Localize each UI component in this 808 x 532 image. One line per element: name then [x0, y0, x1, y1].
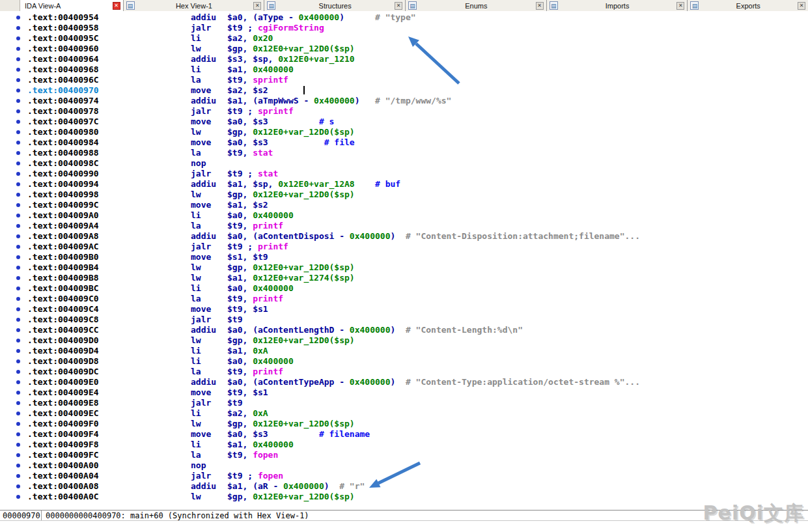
address[interactable]: .text:004009D4: [27, 346, 191, 356]
address[interactable]: .text:00400968: [27, 64, 191, 75]
disasm-line[interactable]: .text:004009B0move$s1, $t9: [0, 252, 808, 262]
disasm-line[interactable]: .text:0040095Cli$a2, 0x20: [0, 33, 808, 44]
address[interactable]: .text:004009E4: [27, 387, 191, 398]
address[interactable]: .text:004009E0: [27, 377, 191, 387]
disasm-line[interactable]: .text:00400A08addiu$a1, (aR - 0x400000) …: [0, 481, 808, 492]
disasm-line[interactable]: .text:004009ECli$a2, 0xA: [0, 408, 808, 419]
address[interactable]: .text:00400A08: [27, 481, 191, 492]
address[interactable]: .text:004009A8: [27, 231, 191, 242]
address[interactable]: .text:00400974: [27, 96, 191, 106]
address[interactable]: .text:004009F4: [27, 429, 191, 440]
function-name[interactable]: printf: [253, 294, 283, 303]
disasm-line[interactable]: .text:004009A4la$t9, printf: [0, 221, 808, 231]
disasm-line[interactable]: .text:00400980lw$gp, 0x12E0+var_12D0($sp…: [0, 127, 808, 137]
address[interactable]: .text:0040097C: [27, 117, 191, 127]
disasm-line[interactable]: .text:00400968li$a1, 0x400000: [0, 64, 808, 75]
tab-enums[interactable]: ▤Enums✕: [406, 0, 547, 11]
disasm-line[interactable]: .text:00400998lw$gp, 0x12E0+var_12D0($sp…: [0, 189, 808, 200]
function-name[interactable]: fopen: [253, 450, 278, 460]
disasm-line[interactable]: .text:004009FCla$t9, fopen: [0, 450, 808, 460]
address[interactable]: .text:004009B8: [27, 273, 191, 283]
disasm-line[interactable]: .text:004009F0lw$gp, 0x12E0+var_12D0($sp…: [0, 419, 808, 429]
tab-close-icon[interactable]: ✕: [113, 2, 120, 10]
disasm-line[interactable]: .text:00400958jalr$t9 ; cgiFormString: [0, 23, 808, 33]
address[interactable]: .text:004009C4: [27, 304, 191, 315]
address[interactable]: .text:004009CC: [27, 325, 191, 335]
address[interactable]: .text:004009C8: [27, 315, 191, 325]
function-name[interactable]: stat: [253, 148, 273, 158]
address[interactable]: .text:0040099C: [27, 200, 191, 210]
function-name[interactable]: cgiFormString: [258, 23, 324, 33]
tab-structures[interactable]: ▤Structures✕: [264, 0, 406, 11]
function-name[interactable]: printf: [253, 367, 283, 376]
address[interactable]: .text:00400A00: [27, 460, 191, 471]
disasm-line[interactable]: .text:004009ACjalr$t9 ; printf: [0, 242, 808, 252]
disasm-line[interactable]: .text:004009C4move$t9, $s1: [0, 304, 808, 315]
address[interactable]: .text:00400960: [27, 44, 191, 54]
tab-close-icon[interactable]: ✕: [798, 2, 805, 10]
tab-imports[interactable]: ▤Imports✕: [547, 0, 688, 11]
address[interactable]: .text:00400A04: [27, 471, 191, 481]
address[interactable]: .text:004009F0: [27, 419, 191, 429]
address[interactable]: .text:00400954: [27, 12, 191, 23]
address[interactable]: .text:00400998: [27, 189, 191, 200]
address[interactable]: .text:00400994: [27, 179, 191, 189]
disasm-line[interactable]: .text:004009D0lw$gp, 0x12E0+var_12D0($sp…: [0, 335, 808, 346]
address[interactable]: .text:00400978: [27, 106, 191, 117]
disasm-line[interactable]: .text:004009F8li$a1, 0x400000: [0, 440, 808, 450]
disasm-line[interactable]: .text:00400960lw$gp, 0x12E0+var_12D0($sp…: [0, 44, 808, 54]
address[interactable]: .text:0040096C: [27, 75, 191, 85]
disasm-line[interactable]: .text:004009CCaddiu$a0, (aContentLengthD…: [0, 325, 808, 335]
address[interactable]: .text:004009EC: [27, 408, 191, 419]
address[interactable]: .text:004009BC: [27, 283, 191, 294]
disasm-line[interactable]: .text:00400988la$t9, stat: [0, 148, 808, 158]
disasm-line[interactable]: .text:00400994addiu$a1, $sp, 0x12E0+var_…: [0, 179, 808, 189]
disasm-line[interactable]: .text:004009C8jalr$t9: [0, 315, 808, 325]
disasm-line[interactable]: .text:004009B8lw$a1, 0x12E0+var_1274($sp…: [0, 273, 808, 283]
address[interactable]: .text:004009C0: [27, 294, 191, 304]
disasm-line[interactable]: .text:004009BCli$a0, 0x400000: [0, 283, 808, 294]
disasm-line[interactable]: .text:00400A04jalr$t9 ; fopen: [0, 471, 808, 481]
disasm-line[interactable]: .text:00400964addiu$s3, $sp, 0x12E0+var_…: [0, 54, 808, 64]
address[interactable]: .text:004009E8: [27, 398, 191, 408]
disasm-line[interactable]: .text:00400A0Clw$gp, 0x12E0+var_12D0($sp…: [0, 492, 808, 502]
address[interactable]: .text:004009DC: [27, 367, 191, 377]
disasm-line[interactable]: .text:004009D4li$a1, 0xA: [0, 346, 808, 356]
disasm-line[interactable]: .text:00400A00nop: [0, 460, 808, 471]
disasm-line[interactable]: .text:004009B4lw$gp, 0x12E0+var_12D0($sp…: [0, 262, 808, 273]
address[interactable]: .text:00400984: [27, 137, 191, 148]
disasm-line[interactable]: .text:00400954addiu$a0, (aType - 0x40000…: [0, 12, 808, 23]
address[interactable]: .text:00400A0C: [27, 492, 191, 502]
tab-close-icon[interactable]: ✕: [395, 2, 402, 10]
tab-exports[interactable]: ▤Exports✕: [688, 0, 808, 11]
disasm-line[interactable]: .text:0040096Cla$t9, sprintf: [0, 75, 808, 85]
function-name[interactable]: sprintf: [258, 106, 294, 116]
address[interactable]: .text:00400990: [27, 169, 191, 179]
tab-close-icon[interactable]: ✕: [676, 2, 684, 10]
function-name[interactable]: fopen: [258, 471, 283, 481]
disasm-line[interactable]: .text:00400990jalr$t9 ; stat: [0, 169, 808, 179]
disasm-line[interactable]: .text:00400970move$a2, $s2: [0, 85, 808, 96]
disasm-line[interactable]: .text:004009F4move$a0, $s3 # filename: [0, 429, 808, 440]
tab-ida-view-a[interactable]: IDA View-A✕: [20, 0, 124, 11]
disasm-line[interactable]: .text:00400978jalr$t9 ; sprintf: [0, 106, 808, 117]
address[interactable]: .text:0040098C: [27, 158, 191, 169]
disasm-line[interactable]: .text:0040098Cnop: [0, 158, 808, 169]
disasm-line[interactable]: .text:004009C0la$t9, printf: [0, 294, 808, 304]
address[interactable]: .text:00400970: [27, 85, 191, 96]
disasm-line[interactable]: .text:004009E4move$t9, $s1: [0, 387, 808, 398]
address[interactable]: .text:004009B0: [27, 252, 191, 262]
address[interactable]: .text:004009A4: [27, 221, 191, 231]
address[interactable]: .text:0040095C: [27, 33, 191, 44]
function-name[interactable]: stat: [258, 169, 278, 178]
disasm-line[interactable]: .text:004009E8jalr$t9: [0, 398, 808, 408]
disasm-line[interactable]: .text:004009D8li$a0, 0x400000: [0, 356, 808, 367]
tab-close-icon[interactable]: ✕: [536, 2, 544, 10]
address[interactable]: .text:004009D0: [27, 335, 191, 346]
tab-close-icon[interactable]: ✕: [253, 2, 261, 10]
address[interactable]: .text:004009FC: [27, 450, 191, 460]
tab-hex-view-1[interactable]: ▤Hex View-1✕: [124, 0, 265, 11]
function-name[interactable]: printf: [253, 221, 283, 231]
disasm-line[interactable]: .text:004009A8addiu$a0, (aContentDisposi…: [0, 231, 808, 242]
function-name[interactable]: printf: [258, 242, 288, 251]
